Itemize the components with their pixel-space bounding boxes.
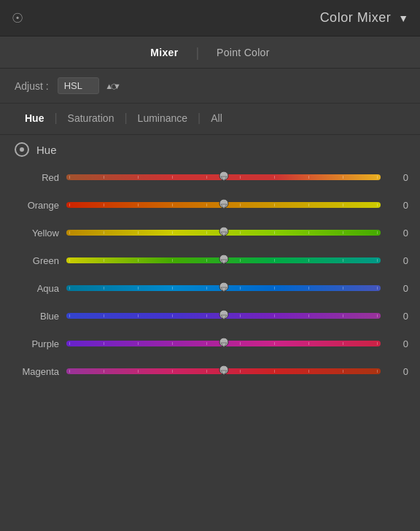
sub-tab-all[interactable]: All [201, 109, 233, 127]
slider-label-aqua: Aqua [12, 283, 59, 294]
tick [308, 370, 309, 373]
tick [138, 314, 139, 317]
sub-tab-row: Hue | Saturation | Luminance | All [0, 104, 420, 135]
tick [172, 370, 173, 373]
tick [308, 176, 309, 179]
sub-tab-luminance[interactable]: Luminance [128, 109, 198, 127]
tick [69, 231, 70, 234]
tick [240, 176, 241, 179]
slider-track-wrapper-yellow [66, 228, 381, 238]
tick [343, 259, 343, 262]
slider-thumb-blue[interactable] [218, 309, 230, 322]
slider-thumb-orange[interactable] [218, 198, 230, 212]
tick [308, 314, 309, 317]
tick [138, 342, 139, 345]
tick [308, 231, 309, 234]
adjust-select[interactable]: HSL HSV [58, 77, 99, 94]
tick [138, 231, 139, 234]
slider-label-blue: Blue [12, 311, 59, 322]
sliders-section: Hue Red [0, 135, 420, 531]
slider-thumb-aqua[interactable] [218, 282, 230, 295]
tick [69, 370, 70, 373]
slider-track-wrapper-aqua [66, 283, 381, 293]
slider-row-red: Red [12, 166, 408, 189]
select-arrows-icon: ▲▼ [105, 82, 121, 90]
slider-thumb-green[interactable] [218, 254, 230, 267]
eye-icon[interactable]: ☉ [12, 10, 23, 26]
tick [206, 176, 207, 179]
tick [206, 204, 207, 206]
slider-thumb-red[interactable] [218, 171, 230, 184]
tick [69, 259, 70, 262]
tick [206, 231, 207, 234]
tick [240, 370, 241, 373]
tick [172, 259, 173, 262]
tick [104, 204, 104, 206]
slider-thumb-magenta[interactable] [218, 365, 230, 378]
slider-track-wrapper-red [66, 172, 381, 182]
tick [138, 259, 139, 262]
tick [138, 370, 139, 373]
tick [206, 314, 207, 317]
tick [377, 342, 378, 345]
tick [172, 314, 173, 317]
top-bar: ☉ Color Mixer ▼ [0, 0, 420, 36]
tick [343, 342, 343, 345]
tick [240, 231, 241, 234]
tick [377, 287, 378, 290]
tick [377, 314, 378, 317]
tick [240, 314, 241, 317]
target-icon[interactable] [15, 142, 29, 157]
slider-value-green: 0 [388, 255, 408, 266]
tick [377, 204, 378, 206]
tick [138, 204, 139, 206]
tick [240, 259, 241, 262]
slider-track-wrapper-magenta [66, 366, 381, 376]
adjust-select-wrapper[interactable]: HSL HSV ▲▼ [58, 77, 121, 94]
tick [104, 370, 104, 373]
tick [274, 231, 275, 234]
tick [308, 342, 309, 345]
tab-mixer[interactable]: Mixer [133, 41, 195, 64]
tick [343, 314, 343, 317]
tab-point-color[interactable]: Point Color [199, 41, 287, 64]
tick [377, 176, 378, 179]
tick [343, 370, 343, 373]
slider-thumb-yellow[interactable] [218, 226, 230, 239]
tick [69, 314, 70, 317]
slider-value-purple: 0 [388, 338, 408, 349]
slider-track-wrapper-blue [66, 311, 381, 321]
tick [69, 287, 70, 290]
tick [308, 204, 309, 206]
slider-label-magenta: Magenta [12, 366, 59, 377]
tick [172, 287, 173, 290]
slider-thumb-purple[interactable] [218, 337, 230, 350]
tick [240, 204, 241, 206]
tick [274, 287, 275, 290]
tick [206, 287, 207, 290]
tick [274, 314, 275, 317]
tick [343, 287, 343, 290]
slider-label-yellow: Yellow [12, 228, 59, 239]
tick [69, 176, 70, 179]
slider-row-yellow: Yellow [12, 221, 408, 244]
slider-value-red: 0 [388, 172, 408, 183]
main-tab-row: Mixer | Point Color [0, 36, 420, 69]
tick [172, 231, 173, 234]
tick [206, 370, 207, 373]
tick [240, 287, 241, 290]
tick [104, 231, 104, 234]
tick [104, 342, 104, 345]
tick [138, 287, 139, 290]
panel-menu-arrow[interactable]: ▼ [398, 12, 408, 24]
tick [172, 176, 173, 179]
slider-value-blue: 0 [388, 311, 408, 322]
tick [104, 259, 104, 262]
tick [172, 204, 173, 206]
tick [104, 176, 104, 179]
slider-value-aqua: 0 [388, 283, 408, 294]
slider-label-green: Green [12, 255, 59, 266]
tick [308, 287, 309, 290]
sub-tab-saturation[interactable]: Saturation [58, 109, 125, 127]
sub-tab-hue[interactable]: Hue [15, 109, 54, 127]
